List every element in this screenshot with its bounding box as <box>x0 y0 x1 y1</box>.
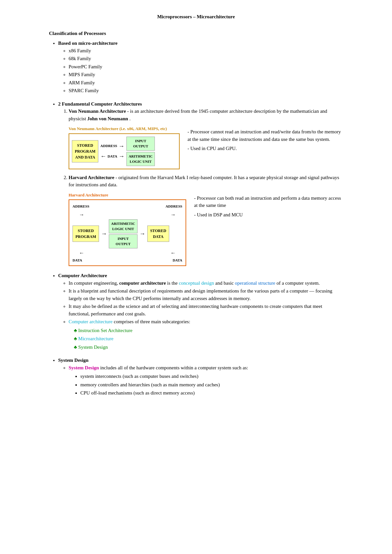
vn-middle: ADDRESS → ← DATA → <box>100 142 124 161</box>
vn-diagram-inner: STOREDPROGRAMAND DATA ADDRESS → <box>69 133 180 169</box>
system-design-point: System Design includes all of the hardwa… <box>69 364 343 397</box>
isa-label: Instruction Set Architecture <box>78 328 133 333</box>
hv-diagram-outer: ADDRESS ADDRESS → → <box>69 199 186 266</box>
system-design-text: includes all of the hardware components … <box>99 365 248 370</box>
subcategory-micro: Microarchitecture <box>74 335 343 343</box>
system-design-link: System Design <box>69 365 99 370</box>
computer-arch-link: Computer architecture <box>69 319 113 324</box>
hv-right-arrow: → <box>139 229 145 238</box>
subcategory-sysdesign: System Design <box>74 344 343 351</box>
von-neumann-item: Von Neumann Architecture - is an archite… <box>69 108 343 169</box>
conceptual-design-link: conceptual design <box>179 280 214 286</box>
computer-arch-heading: Computer Architecture <box>58 273 107 278</box>
system-design-item-2: memory controllers and hierarchies (such… <box>80 381 343 389</box>
vn-points-list: Processor cannot read an instruction and… <box>188 128 343 152</box>
hv-data-left: DATA <box>73 258 82 263</box>
vn-point-2: Used in CPU and GPU. <box>188 145 343 152</box>
fundamental-list: 2 Fundamental Computer Architectures Von… <box>49 100 343 266</box>
von-neumann-block: Von Neumann Architecture (i.e. x86, ARM,… <box>69 126 343 169</box>
harvard-text: Processor can both read an instruction a… <box>194 192 343 221</box>
system-design-item-3: CPU off-load mechanisms (such as direct … <box>80 389 343 397</box>
hv-left-arrow: → <box>101 229 107 238</box>
von-neumann-text: Processor cannot read an instruction and… <box>188 126 343 154</box>
family-arm: ARM Family <box>69 79 343 87</box>
hv-center-boxes: ARITHMETICLOGIC UNIT INPUTOUTPUT <box>109 219 137 248</box>
family-powerpc: PowerPC Family <box>69 63 343 71</box>
hv-main-row: STOREDPROGRAM → ARITHMETICLOGIC UNIT INP… <box>73 219 182 248</box>
computer-arch-points: In computer engineering, computer archit… <box>58 279 343 351</box>
computer-arch-point-4: Computer architecture comprises of three… <box>69 318 343 351</box>
hv-diagram-title: Harvard Architecture <box>69 192 186 198</box>
computer-arch-bold: computer architecture <box>119 280 166 286</box>
hv-points-list: Processor can both read an instruction a… <box>194 194 343 219</box>
system-design-circle: System Design includes all of the hardwa… <box>58 364 343 397</box>
hv-alu-box: ARITHMETICLOGIC UNIT <box>109 219 137 233</box>
operational-structure-link: operational structure <box>235 280 275 286</box>
microarch-label: Microarchitecture <box>78 336 113 341</box>
hv-data-right: DATA <box>172 258 182 263</box>
hv-top-arrow-right: → <box>171 211 176 219</box>
hv-point-2: Used in DSP and MCU <box>194 211 343 219</box>
vn-data-arrow-right: → <box>119 152 124 161</box>
computer-arch-point-3: It may also be defined as the science an… <box>69 303 343 317</box>
subcategory-isa: Instruction Set Architecture <box>74 327 343 334</box>
computer-arch-point-1: In computer engineering, computer archit… <box>69 279 343 287</box>
hv-io-box: INPUTOUTPUT <box>109 234 137 248</box>
vn-data-arrow-left: ← <box>100 152 106 161</box>
sysdesign-label: System Design <box>78 344 108 350</box>
von-neumann-label: Von Neumann Architecture <box>69 109 126 114</box>
arch-numbered-list: Von Neumann Architecture - is an archite… <box>58 108 343 266</box>
classification-heading: Classification of Processors <box>49 30 343 37</box>
family-mips: MIPS Family <box>69 71 343 78</box>
vn-right-boxes: INPUTOUTPUT ARITHMETICLOGIC UNIT <box>126 137 155 166</box>
vn-alu-box: ARITHMETICLOGIC UNIT <box>126 152 155 166</box>
computer-arch-point-2: It is a blueprint and functional descrip… <box>69 287 343 302</box>
hv-addr-right: ADDRESS <box>166 204 182 209</box>
vn-address-label: ADDRESS <box>100 143 117 149</box>
family-list: x86 Family 68k Family PowerPC Family MIP… <box>58 47 343 94</box>
subcategories-list: Instruction Set Architecture Microarchit… <box>69 327 343 351</box>
vn-addr-arrow: → <box>119 142 124 151</box>
hv-stored-data-box: STOREDDATA <box>147 226 169 242</box>
hv-bottom-row: DATA DATA <box>73 258 182 263</box>
micro-arch-label: Based on micro-architecture <box>58 41 118 46</box>
hv-top-row: ADDRESS ADDRESS <box>73 203 182 210</box>
hv-bot-arrow-left: ← <box>79 249 84 257</box>
harvard-item: Harvard Architecture - originated from t… <box>69 174 343 266</box>
hv-point-1: Processor can both read an instruction a… <box>194 194 343 209</box>
fundamental-heading: 2 Fundamental Computer Architectures <box>58 101 142 107</box>
harvard-diagram: Harvard Architecture ADDRESS ADDRESS <box>69 192 186 266</box>
computer-arch-list: Computer Architecture In computer engine… <box>49 272 343 351</box>
harvard-block: Harvard Architecture ADDRESS ADDRESS <box>69 192 343 266</box>
page-title: Microprocessors – Microarchitecture <box>49 13 343 21</box>
family-x86: x86 Family <box>69 47 343 55</box>
vn-io-box: INPUTOUTPUT <box>126 137 155 151</box>
family-68k: 68k Family <box>69 55 343 62</box>
von-neumann-person: John von Neumann <box>87 116 128 121</box>
system-design-item-1: system interconnects (such as computer b… <box>80 373 343 380</box>
von-neumann-period: . <box>128 116 131 121</box>
vn-stored-box: STOREDPROGRAMAND DATA <box>72 140 98 162</box>
vn-data-label: DATA <box>107 154 117 159</box>
vn-data-row: ← DATA → <box>100 152 124 161</box>
system-design-list: System Design System Design includes all… <box>49 357 343 397</box>
hv-addr-left: ADDRESS <box>73 204 89 209</box>
classification-list: Based on micro-architecture x86 Family 6… <box>49 40 343 94</box>
harvard-label: Harvard Architecture <box>69 175 114 180</box>
family-sparc: SPARC Family <box>69 87 343 94</box>
vn-diagram-title: Von Neumann Architecture (i.e. x86, ARM,… <box>69 126 180 132</box>
hv-bot-arrow-right: ← <box>171 249 176 257</box>
von-neumann-diagram: Von Neumann Architecture (i.e. x86, ARM,… <box>69 126 180 169</box>
system-design-heading: System Design <box>58 358 89 363</box>
system-design-items: system interconnects (such as computer b… <box>69 373 343 397</box>
vn-point-1: Processor cannot read an instruction and… <box>188 128 343 143</box>
hv-top-arrow-left: → <box>79 211 84 219</box>
hv-stored-prog-box: STOREDPROGRAM <box>73 226 99 242</box>
